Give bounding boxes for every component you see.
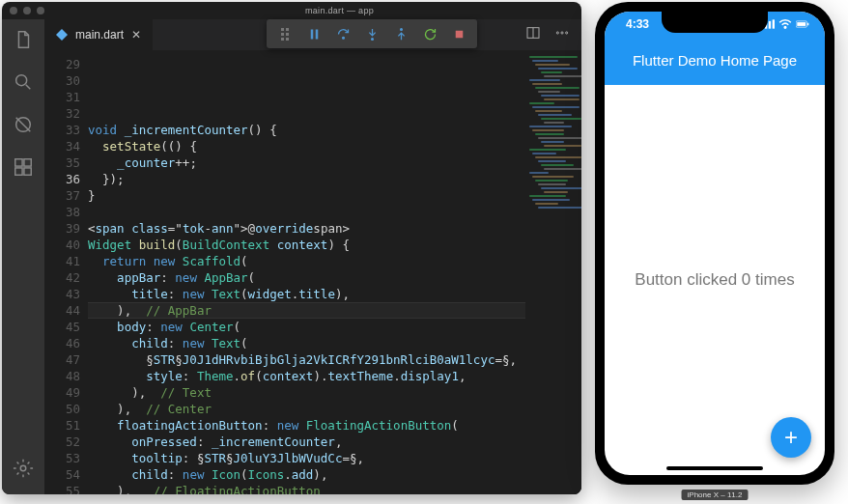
- pause-icon[interactable]: [303, 23, 325, 44]
- svg-rect-3: [24, 159, 31, 166]
- svg-point-6: [20, 465, 26, 471]
- svg-point-9: [342, 37, 344, 39]
- svg-rect-12: [455, 30, 463, 38]
- simulator-caption: iPhone X – 11.2: [682, 490, 749, 500]
- search-icon[interactable]: [13, 71, 34, 97]
- dart-file-icon: [56, 29, 68, 41]
- traffic-light-min[interactable]: [23, 7, 31, 14]
- svg-rect-20: [773, 19, 775, 28]
- stop-icon[interactable]: [448, 23, 469, 44]
- svg-rect-23: [797, 22, 806, 26]
- svg-rect-24: [807, 23, 808, 26]
- wifi-icon: [778, 19, 792, 29]
- split-editor-icon[interactable]: [525, 25, 541, 44]
- home-indicator[interactable]: [666, 466, 763, 470]
- status-time: 4:33: [626, 17, 649, 31]
- app-bar-title: Flutter Demo Home Page: [633, 52, 797, 69]
- plus-icon: +: [784, 424, 798, 451]
- debug-toolbar[interactable]: [267, 19, 477, 48]
- svg-point-14: [556, 32, 558, 34]
- tab-bar: main.dart ✕: [44, 19, 581, 50]
- line-number-gutter: 2930313233343536373839404142434445464748…: [44, 50, 88, 494]
- minimap[interactable]: [525, 50, 581, 494]
- svg-rect-8: [315, 29, 318, 39]
- app-body: Button clicked 0 times +: [605, 85, 825, 475]
- device-notch: [662, 12, 768, 33]
- debug-icon[interactable]: [13, 114, 34, 139]
- ide-window: main.dart — app main.dart ✕: [2, 2, 581, 494]
- extensions-icon[interactable]: [13, 156, 34, 182]
- code-editor[interactable]: void _incrementCounter() { setState(() {…: [88, 50, 525, 494]
- svg-point-11: [400, 28, 402, 30]
- step-out-icon[interactable]: [390, 23, 411, 44]
- traffic-light-close[interactable]: [10, 7, 17, 14]
- more-icon[interactable]: [554, 25, 570, 44]
- svg-rect-2: [15, 159, 22, 166]
- step-over-icon[interactable]: [332, 23, 353, 44]
- tab-main-dart[interactable]: main.dart ✕: [44, 19, 153, 50]
- restart-icon[interactable]: [419, 23, 440, 44]
- window-titlebar: [2, 2, 581, 19]
- battery-icon: [796, 19, 809, 29]
- explorer-icon[interactable]: [13, 29, 34, 54]
- svg-point-15: [561, 32, 563, 34]
- drag-handle-icon[interactable]: [274, 23, 296, 44]
- simulator-screen[interactable]: 4:33 Flutter Demo Home Page Button click…: [605, 12, 825, 475]
- debug-target-label: main.dart — app: [305, 6, 374, 15]
- svg-rect-4: [15, 168, 22, 175]
- counter-text: Button clicked 0 times: [635, 270, 794, 290]
- svg-point-21: [784, 27, 786, 29]
- editor-area: main.dart — app main.dart ✕: [44, 19, 581, 494]
- close-icon[interactable]: ✕: [131, 28, 141, 42]
- tab-label: main.dart: [75, 28, 124, 42]
- activity-bar: [2, 19, 44, 494]
- svg-rect-5: [24, 168, 31, 175]
- simulator-device-frame: 4:33 Flutter Demo Home Page Button click…: [595, 2, 834, 485]
- gear-icon[interactable]: [13, 458, 34, 483]
- traffic-light-max[interactable]: [37, 7, 44, 14]
- step-into-icon[interactable]: [361, 23, 382, 44]
- svg-rect-7: [310, 29, 313, 39]
- svg-point-16: [566, 32, 568, 34]
- floating-action-button[interactable]: +: [771, 417, 811, 458]
- app-bar: Flutter Demo Home Page: [605, 50, 825, 85]
- svg-point-0: [16, 75, 27, 86]
- svg-rect-19: [769, 21, 771, 29]
- svg-point-10: [371, 38, 373, 40]
